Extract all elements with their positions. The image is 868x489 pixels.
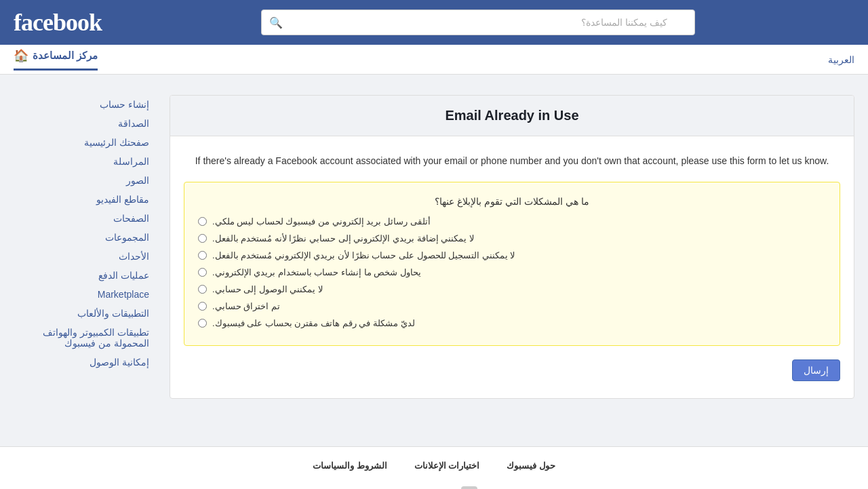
facebook-logo: facebook [14, 8, 102, 37]
sidebar: إنشاء حساب الصداقة صفحتك الرئيسية المراس… [14, 95, 149, 399]
language-selector[interactable]: العربية [828, 54, 854, 65]
radio-label-7: لديّ مشكلة في رقم هاتف مقترن بحساب على ف… [212, 318, 415, 328]
radio-label-4: يحاول شخص ما إنشاء حساب باستخدام بريدي ا… [212, 267, 421, 277]
sidebar-item-payments[interactable]: عمليات الدفع [14, 266, 149, 285]
facebook-small-icon: f [461, 486, 477, 489]
content-panel: Email Already in Use If there's already … [170, 95, 854, 399]
radio-input-7[interactable] [198, 319, 207, 328]
radio-label-3: لا يمكنني التسجيل للحصول على حساب نظرًا … [212, 250, 515, 260]
radio-input-1[interactable] [198, 217, 207, 226]
search-icon: 🔍 [269, 16, 283, 29]
sidebar-item-pages[interactable]: الصفحات [14, 209, 149, 228]
radio-input-2[interactable] [198, 234, 207, 243]
footer-column-terms: الشروط والسياسات [313, 461, 387, 476]
radio-input-4[interactable] [198, 268, 207, 277]
radio-label-5: لا يمكنني الوصول إلى حسابي. [212, 284, 323, 294]
radio-label-6: تم اختراق حسابي. [212, 301, 280, 311]
sidebar-item-apps-games[interactable]: التطبيقات والألعاب [14, 304, 149, 323]
page-title: Email Already in Use [184, 108, 840, 123]
radio-option-4[interactable]: يحاول شخص ما إنشاء حساب باستخدام بريدي ا… [198, 267, 826, 277]
radio-label-1: أتلقى رسائل بريد إلكتروني من فيسبوك لحسا… [212, 216, 431, 227]
header: 🔍 facebook [0, 0, 868, 45]
radio-input-6[interactable] [198, 302, 207, 311]
radio-label-2: لا يمكنني إضافة بريدي الإلكتروني إلى حسا… [212, 233, 474, 243]
footer-links: حول فيسبوك اختيارات الإعلانات الشروط وال… [14, 461, 854, 476]
footer-ad-choices-title: اختيارات الإعلانات [414, 461, 480, 471]
content-body: If there's already a Facebook account as… [170, 136, 854, 398]
footer-column-ad-choices: اختيارات الإعلانات [414, 461, 480, 476]
content-header: Email Already in Use [170, 96, 854, 136]
sidebar-item-videos[interactable]: مقاطع الفيديو [14, 190, 149, 209]
footer: حول فيسبوك اختيارات الإعلانات الشروط وال… [0, 446, 868, 489]
radio-option-2[interactable]: لا يمكنني إضافة بريدي الإلكتروني إلى حسا… [198, 233, 826, 243]
intro-text: If there's already a Facebook account as… [184, 153, 840, 168]
footer-terms-title: الشروط والسياسات [313, 461, 387, 471]
sidebar-item-friendship[interactable]: الصداقة [14, 114, 149, 133]
submit-button[interactable]: إرسال [792, 359, 840, 381]
footer-about-title: حول فيسبوك [507, 461, 555, 471]
radio-input-3[interactable] [198, 251, 207, 260]
search-input[interactable] [261, 9, 695, 35]
subnav: العربية مركز المساعدة 🏠 [0, 45, 868, 75]
help-center-label: مركز المساعدة [33, 50, 98, 62]
sidebar-item-events[interactable]: الأحداث [14, 247, 149, 266]
submit-wrap: إرسال [184, 359, 840, 381]
footer-bottom: Facebook © 2019 f [14, 486, 854, 489]
problem-selection-box: ما هي المشكلات التي تقوم بالإبلاغ عنها؟ … [184, 182, 840, 346]
radio-option-5[interactable]: لا يمكنني الوصول إلى حسابي. [198, 284, 826, 294]
search-bar[interactable]: 🔍 [261, 9, 695, 35]
radio-option-7[interactable]: لديّ مشكلة في رقم هاتف مقترن بحساب على ف… [198, 318, 826, 328]
radio-option-3[interactable]: لا يمكنني التسجيل للحصول على حساب نظرًا … [198, 250, 826, 260]
sidebar-item-create-account[interactable]: إنشاء حساب [14, 95, 149, 114]
sidebar-item-groups[interactable]: المجموعات [14, 228, 149, 247]
yellow-box-title: ما هي المشكلات التي تقوم بالإبلاغ عنها؟ [198, 196, 826, 207]
sidebar-item-marketplace[interactable]: Marketplace [14, 285, 149, 304]
help-center-link[interactable]: مركز المساعدة 🏠 [14, 48, 98, 71]
sidebar-item-photos[interactable]: الصور [14, 171, 149, 190]
sidebar-item-messaging[interactable]: المراسلة [14, 152, 149, 171]
main-layout: إنشاء حساب الصداقة صفحتك الرئيسية المراس… [0, 75, 868, 419]
radio-input-5[interactable] [198, 285, 207, 294]
sidebar-item-accessibility[interactable]: إمكانية الوصول [14, 353, 149, 372]
sidebar-item-mobile-desktop[interactable]: تطبيقات الكمبيوتر والهواتف المحمولة من ف… [14, 323, 149, 353]
radio-option-1[interactable]: أتلقى رسائل بريد إلكتروني من فيسبوك لحسا… [198, 216, 826, 227]
home-icon: 🏠 [14, 48, 28, 63]
sidebar-item-your-page[interactable]: صفحتك الرئيسية [14, 133, 149, 152]
radio-option-6[interactable]: تم اختراق حسابي. [198, 301, 826, 311]
footer-column-about: حول فيسبوك [507, 461, 555, 476]
